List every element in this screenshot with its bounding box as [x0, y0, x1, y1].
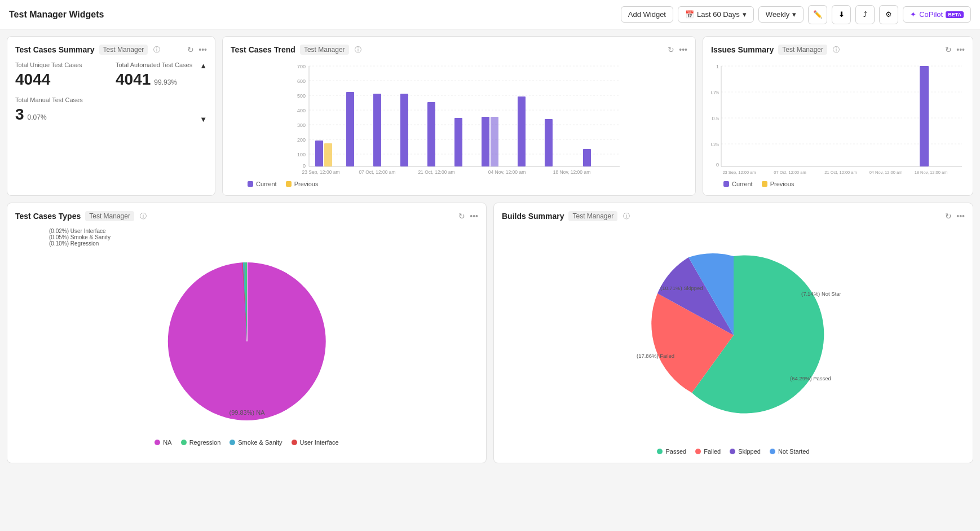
- scroll-up[interactable]: ▲: [200, 62, 207, 70]
- settings-button[interactable]: ⚙: [879, 5, 898, 24]
- share-button[interactable]: ⤴: [855, 5, 875, 24]
- pencil-icon: ✏️: [813, 10, 823, 19]
- label-smoke-sanity: (0.05%) Smoke & Sanity: [49, 234, 111, 240]
- smoke-sanity-label: Smoke & Sanity: [238, 439, 282, 446]
- more-button[interactable]: •••: [956, 45, 965, 54]
- widget-actions: ↻ •••: [458, 212, 478, 221]
- svg-rect-23: [454, 118, 462, 166]
- skipped-color: [730, 449, 735, 454]
- svg-text:07 Oct, 12:00 am: 07 Oct, 12:00 am: [359, 169, 395, 174]
- download-icon: ⬇: [838, 10, 845, 19]
- svg-rect-45: [920, 66, 929, 166]
- svg-text:(99.83%) NA: (99.83%) NA: [229, 409, 265, 416]
- builds-pie-container: (7.14%) Not Started (10.71%) Skipped (17…: [502, 228, 965, 455]
- svg-text:04 Nov, 12:00 am: 04 Nov, 12:00 am: [488, 169, 526, 174]
- copilot-label: CoPilot: [919, 10, 943, 19]
- more-button[interactable]: •••: [198, 45, 207, 54]
- date-range-button[interactable]: 📅 Last 60 Days ▾: [678, 6, 754, 23]
- test-cases-trend-widget: Test Cases Trend Test Manager ⓘ ↻ ••• 70…: [222, 36, 696, 196]
- refresh-button[interactable]: ↻: [668, 45, 674, 54]
- svg-rect-17: [315, 141, 323, 166]
- refresh-button[interactable]: ↻: [458, 212, 465, 221]
- widget-title: Builds Summary: [502, 212, 564, 221]
- types-pie-svg: (99.83%) NA: [157, 251, 337, 432]
- na-color: [154, 440, 160, 445]
- legend-previous: Previous: [762, 181, 794, 187]
- previous-color: [286, 181, 292, 187]
- refresh-button[interactable]: ↻: [187, 45, 194, 54]
- add-widget-button[interactable]: Add Widget: [621, 6, 673, 23]
- pie-labels: (0.02%) User Interface (0.05%) Smoke & S…: [15, 228, 111, 247]
- scroll-down[interactable]: ▼: [200, 115, 207, 124]
- header-controls: Add Widget 📅 Last 60 Days ▾ Weekly ▾ ✏️ …: [621, 5, 971, 24]
- info-icon[interactable]: ⓘ: [833, 45, 840, 55]
- legend-previous: Previous: [286, 181, 319, 187]
- more-button[interactable]: •••: [956, 212, 965, 221]
- edit-button[interactable]: ✏️: [808, 5, 827, 24]
- date-range-label: Last 60 Days: [697, 10, 740, 19]
- user-interface-label: User Interface: [300, 439, 339, 446]
- widget-title: Issues Summary: [711, 45, 774, 54]
- add-widget-label: Add Widget: [628, 10, 666, 19]
- legend-previous-label: Previous: [294, 181, 319, 187]
- info-icon[interactable]: ⓘ: [140, 212, 147, 221]
- widget-header: Issues Summary Test Manager ⓘ ↻ •••: [711, 45, 965, 55]
- smoke-sanity-color: [229, 440, 235, 445]
- refresh-button[interactable]: ↻: [945, 45, 952, 54]
- share-icon: ⤴: [863, 10, 867, 19]
- legend-not-started: Not Started: [770, 448, 810, 455]
- more-button[interactable]: •••: [470, 212, 478, 221]
- svg-rect-18: [324, 143, 332, 166]
- svg-text:700: 700: [297, 64, 306, 69]
- svg-rect-28: [583, 149, 591, 166]
- info-icon[interactable]: ⓘ: [153, 45, 160, 55]
- user-interface-color: [292, 440, 297, 445]
- legend-current: Current: [248, 181, 277, 187]
- frequency-button[interactable]: Weekly ▾: [758, 6, 804, 23]
- copilot-button[interactable]: ✦ CoPilot BETA: [903, 6, 971, 23]
- top-row: Test Cases Summary Test Manager ⓘ ↻ ••• …: [7, 36, 973, 196]
- regression-label: Regression: [189, 439, 221, 446]
- unique-metric: Total Unique Test Cases 4044: [15, 62, 107, 89]
- download-button[interactable]: ⬇: [832, 5, 851, 24]
- failed-color: [695, 449, 701, 454]
- refresh-button[interactable]: ↻: [945, 212, 952, 221]
- svg-rect-19: [346, 92, 354, 166]
- types-legend: NA Regression Smoke & Sanity User Interf…: [154, 439, 338, 446]
- widget-title: Test Cases Types: [15, 212, 81, 221]
- builds-legend: Passed Failed Skipped Not Started: [657, 448, 809, 455]
- manual-value: 3: [15, 106, 24, 124]
- svg-text:07 Oct, 12:00 am: 07 Oct, 12:00 am: [774, 170, 806, 174]
- builds-summary-widget: Builds Summary Test Manager ⓘ ↻ •••: [493, 203, 973, 463]
- builds-pie-wrapper: (7.14%) Not Started (10.71%) Skipped (17…: [626, 239, 841, 442]
- info-icon[interactable]: ⓘ: [355, 45, 361, 55]
- manual-metric: Total Manual Test Cases 3 0.07%: [15, 96, 207, 124]
- widget-actions: ↻ •••: [945, 212, 965, 221]
- svg-text:(10.71%) Skipped: (10.71%) Skipped: [660, 285, 703, 291]
- bottom-row: Test Cases Types Test Manager ⓘ ↻ ••• (0…: [7, 203, 973, 463]
- legend-current: Current: [723, 181, 753, 187]
- widget-actions: ↻ •••: [945, 45, 965, 54]
- chevron-down-icon: ▾: [792, 10, 796, 19]
- automated-metric: Total Automated Test Cases 4041 99.93%: [116, 62, 207, 89]
- widget-header: Builds Summary Test Manager ⓘ ↻ •••: [502, 211, 965, 221]
- widget-header: Test Cases Types Test Manager ⓘ ↻ •••: [15, 211, 478, 221]
- page-header: Test Manager Widgets Add Widget 📅 Last 6…: [0, 0, 980, 29]
- svg-text:04 Nov, 12:00 am: 04 Nov, 12:00 am: [869, 170, 903, 174]
- test-cases-types-widget: Test Cases Types Test Manager ⓘ ↻ ••• (0…: [7, 203, 487, 463]
- builds-pie-svg: (7.14%) Not Started (10.71%) Skipped (17…: [626, 239, 841, 431]
- issues-legend: Current Previous: [711, 181, 965, 187]
- current-dot: [723, 181, 729, 187]
- manual-value-row: 3 0.07%: [15, 106, 207, 124]
- svg-rect-20: [373, 94, 381, 166]
- calendar-icon: 📅: [685, 10, 694, 19]
- svg-text:(17.86%) Failed: (17.86%) Failed: [637, 353, 674, 359]
- manual-label: Total Manual Test Cases: [15, 96, 207, 103]
- not-started-color: [770, 449, 775, 454]
- widget-source: Test Manager: [300, 45, 349, 55]
- legend-failed: Failed: [695, 448, 721, 455]
- info-icon[interactable]: ⓘ: [623, 212, 630, 221]
- more-button[interactable]: •••: [679, 45, 687, 54]
- automated-pct: 99.93%: [154, 78, 177, 86]
- na-label: NA: [163, 439, 171, 446]
